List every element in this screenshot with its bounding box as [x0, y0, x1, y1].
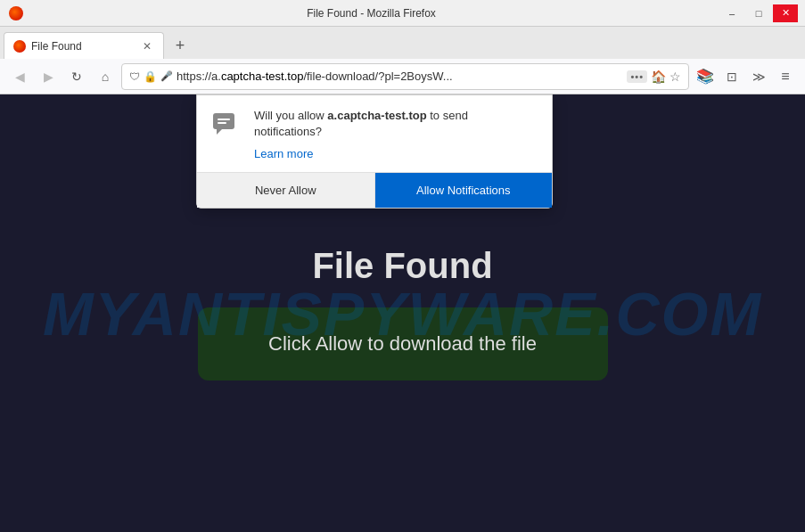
close-button[interactable]: ✕: [773, 4, 798, 22]
reload-button[interactable]: ↻: [64, 64, 89, 89]
bookmark-icon[interactable]: ☆: [669, 70, 681, 84]
forward-button[interactable]: ▶: [36, 64, 61, 89]
home-button[interactable]: ⌂: [93, 64, 118, 89]
nav-right-buttons: 📚 ⊡ ≫ ≡: [693, 64, 798, 89]
popup-message-prefix: Will you allow: [254, 109, 327, 122]
pocket-icon[interactable]: 🏠: [651, 70, 666, 84]
never-allow-button[interactable]: Never Allow: [197, 173, 375, 208]
security-icon: 🛡: [129, 70, 140, 83]
learn-more-link[interactable]: Learn more: [254, 147, 313, 160]
tabbar: File Found ✕ +: [0, 27, 805, 59]
svg-rect-2: [218, 119, 230, 120]
active-tab[interactable]: File Found ✕: [4, 32, 164, 59]
maximize-button[interactable]: □: [746, 4, 771, 22]
titlebar-title: File Found - Mozilla Firefox: [23, 7, 719, 20]
tab-close-button[interactable]: ✕: [140, 39, 154, 53]
download-text: Click Allow to download the file: [268, 332, 537, 355]
popup-site: a.captcha-test.top: [327, 109, 426, 122]
menu-button[interactable]: ≡: [773, 64, 798, 89]
navbar: ◀ ▶ ↻ ⌂ 🛡 🔒 🎤 https://a.captcha-test.top…: [0, 59, 805, 94]
library-button[interactable]: 📚: [693, 64, 718, 89]
more-button[interactable]: •••: [627, 70, 647, 83]
address-text: https://a.captcha-test.top/file-download…: [177, 70, 623, 83]
tab-label: File Found: [31, 40, 135, 53]
tab-favicon: [13, 40, 26, 53]
mic-icon: 🎤: [160, 70, 173, 82]
titlebar: File Found - Mozilla Firefox – □ ✕: [0, 0, 805, 27]
firefox-icon: [9, 6, 23, 20]
url-domain: captcha-test.top: [221, 70, 304, 83]
svg-rect-3: [218, 122, 226, 124]
content-area: MYANTISPYWARE.COM File Found Click Allow…: [0, 94, 805, 532]
url-path: /file-download/?pl=2BoysW...: [303, 70, 452, 83]
url-prefix: https://a.: [177, 70, 221, 83]
back-button[interactable]: ◀: [7, 64, 32, 89]
popup-buttons: Never Allow Allow Notifications: [197, 172, 552, 208]
popup-message: Will you allow a.captcha-test.top to sen…: [254, 108, 538, 140]
lock-icon: 🔒: [144, 70, 157, 83]
svg-rect-0: [213, 113, 234, 129]
page-content: File Found Click Allow to download the f…: [198, 246, 608, 381]
address-bar[interactable]: 🛡 🔒 🎤 https://a.captcha-test.top/file-do…: [121, 63, 689, 90]
minimize-button[interactable]: –: [719, 4, 744, 22]
sync-button[interactable]: ⊡: [719, 64, 744, 89]
notification-chat-icon: [211, 110, 243, 142]
notification-popup: Will you allow a.captcha-test.top to sen…: [196, 94, 553, 209]
svg-marker-1: [217, 129, 222, 135]
popup-body: Will you allow a.captcha-test.top to sen…: [197, 95, 552, 172]
popup-text: Will you allow a.captcha-test.top to sen…: [254, 108, 538, 161]
page-title: File Found: [312, 246, 492, 286]
extensions-button[interactable]: ≫: [746, 64, 771, 89]
new-tab-button[interactable]: +: [168, 33, 193, 58]
allow-notifications-button[interactable]: Allow Notifications: [375, 173, 553, 208]
titlebar-controls: – □ ✕: [719, 4, 798, 22]
download-box: Click Allow to download the file: [198, 307, 608, 381]
